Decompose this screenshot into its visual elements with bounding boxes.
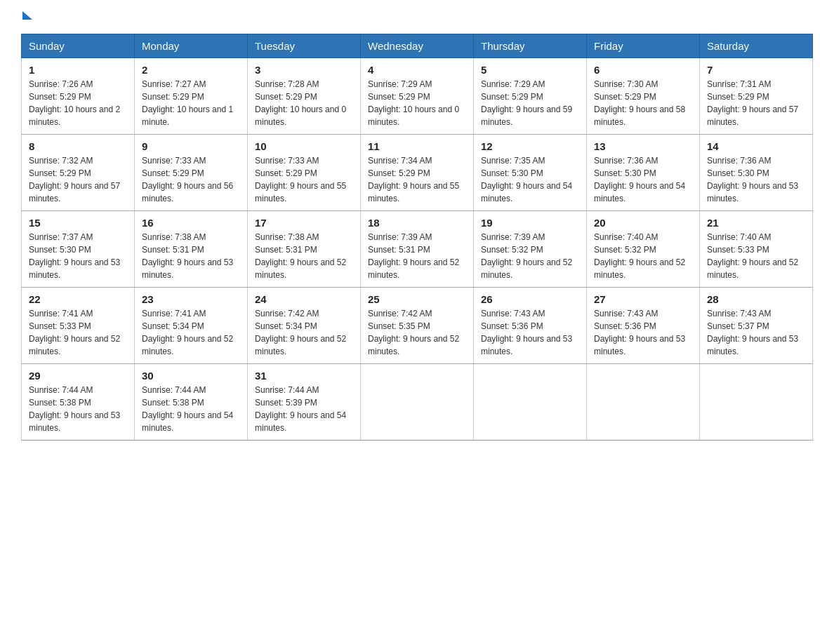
sunset-label: Sunset: 5:29 PM bbox=[142, 92, 204, 102]
day-number: 10 bbox=[255, 140, 353, 152]
calendar-day-cell: 19 Sunrise: 7:39 AM Sunset: 5:32 PM Dayl… bbox=[474, 211, 587, 288]
daylight-label: Daylight: 9 hours and 56 minutes. bbox=[142, 181, 233, 203]
daylight-label: Daylight: 9 hours and 53 minutes. bbox=[29, 257, 120, 280]
calendar-day-cell: 20 Sunrise: 7:40 AM Sunset: 5:32 PM Dayl… bbox=[587, 211, 700, 288]
calendar-day-cell bbox=[474, 364, 587, 441]
sunset-label: Sunset: 5:30 PM bbox=[481, 168, 543, 178]
day-number: 19 bbox=[481, 217, 579, 229]
day-number: 27 bbox=[594, 293, 692, 305]
calendar-week-row: 29 Sunrise: 7:44 AM Sunset: 5:38 PM Dayl… bbox=[22, 364, 813, 441]
sunrise-label: Sunrise: 7:43 AM bbox=[594, 309, 658, 318]
sunset-label: Sunset: 5:29 PM bbox=[368, 168, 430, 178]
calendar-day-cell: 11 Sunrise: 7:34 AM Sunset: 5:29 PM Dayl… bbox=[361, 135, 474, 211]
sunrise-label: Sunrise: 7:39 AM bbox=[368, 232, 432, 242]
sunrise-label: Sunrise: 7:44 AM bbox=[142, 385, 206, 395]
day-number: 22 bbox=[29, 293, 127, 305]
day-of-week-header: Monday bbox=[135, 34, 248, 58]
sunrise-label: Sunrise: 7:35 AM bbox=[481, 156, 545, 166]
logo-arrow-icon bbox=[22, 11, 32, 20]
day-number: 15 bbox=[29, 217, 127, 229]
day-info: Sunrise: 7:26 AM Sunset: 5:29 PM Dayligh… bbox=[29, 78, 127, 128]
daylight-label: Daylight: 9 hours and 52 minutes. bbox=[255, 257, 346, 280]
sunset-label: Sunset: 5:38 PM bbox=[142, 398, 204, 408]
day-info: Sunrise: 7:43 AM Sunset: 5:36 PM Dayligh… bbox=[481, 307, 579, 358]
calendar-day-cell: 22 Sunrise: 7:41 AM Sunset: 5:33 PM Dayl… bbox=[22, 288, 135, 364]
day-info: Sunrise: 7:35 AM Sunset: 5:30 PM Dayligh… bbox=[481, 154, 579, 205]
day-number: 16 bbox=[142, 217, 240, 229]
calendar-day-cell: 12 Sunrise: 7:35 AM Sunset: 5:30 PM Dayl… bbox=[474, 135, 587, 211]
day-number: 12 bbox=[481, 140, 579, 152]
sunset-label: Sunset: 5:38 PM bbox=[29, 398, 91, 408]
sunrise-label: Sunrise: 7:43 AM bbox=[481, 309, 545, 318]
sunset-label: Sunset: 5:29 PM bbox=[481, 92, 543, 102]
calendar-day-cell bbox=[587, 364, 700, 441]
sunset-label: Sunset: 5:37 PM bbox=[707, 321, 769, 331]
sunset-label: Sunset: 5:29 PM bbox=[29, 168, 91, 178]
calendar-day-cell: 24 Sunrise: 7:42 AM Sunset: 5:34 PM Dayl… bbox=[248, 288, 361, 364]
day-info: Sunrise: 7:33 AM Sunset: 5:29 PM Dayligh… bbox=[142, 154, 240, 205]
day-info: Sunrise: 7:33 AM Sunset: 5:29 PM Dayligh… bbox=[255, 154, 353, 205]
sunset-label: Sunset: 5:29 PM bbox=[29, 92, 91, 102]
sunrise-label: Sunrise: 7:26 AM bbox=[29, 79, 93, 89]
sunrise-label: Sunrise: 7:27 AM bbox=[142, 79, 206, 89]
sunrise-label: Sunrise: 7:36 AM bbox=[707, 156, 771, 166]
calendar-day-cell: 15 Sunrise: 7:37 AM Sunset: 5:30 PM Dayl… bbox=[22, 211, 135, 288]
sunrise-label: Sunrise: 7:40 AM bbox=[594, 232, 658, 242]
calendar-day-cell bbox=[700, 364, 813, 441]
calendar-day-cell bbox=[361, 364, 474, 441]
sunrise-label: Sunrise: 7:33 AM bbox=[142, 156, 206, 166]
sunset-label: Sunset: 5:30 PM bbox=[29, 245, 91, 255]
day-info: Sunrise: 7:43 AM Sunset: 5:36 PM Dayligh… bbox=[594, 307, 692, 358]
daylight-label: Daylight: 9 hours and 53 minutes. bbox=[481, 334, 572, 356]
calendar-day-cell: 8 Sunrise: 7:32 AM Sunset: 5:29 PM Dayli… bbox=[22, 135, 135, 211]
sunset-label: Sunset: 5:35 PM bbox=[368, 321, 430, 331]
day-number: 6 bbox=[594, 64, 692, 76]
calendar-day-cell: 30 Sunrise: 7:44 AM Sunset: 5:38 PM Dayl… bbox=[135, 364, 248, 441]
daylight-label: Daylight: 9 hours and 52 minutes. bbox=[368, 257, 459, 280]
sunrise-label: Sunrise: 7:34 AM bbox=[368, 156, 432, 166]
calendar-day-cell: 31 Sunrise: 7:44 AM Sunset: 5:39 PM Dayl… bbox=[248, 364, 361, 441]
day-info: Sunrise: 7:36 AM Sunset: 5:30 PM Dayligh… bbox=[594, 154, 692, 205]
day-number: 23 bbox=[142, 293, 240, 305]
daylight-label: Daylight: 9 hours and 52 minutes. bbox=[142, 334, 233, 356]
daylight-label: Daylight: 9 hours and 52 minutes. bbox=[594, 257, 685, 280]
day-of-week-header: Wednesday bbox=[361, 34, 474, 58]
day-info: Sunrise: 7:27 AM Sunset: 5:29 PM Dayligh… bbox=[142, 78, 240, 128]
daylight-label: Daylight: 9 hours and 55 minutes. bbox=[255, 181, 346, 203]
day-number: 13 bbox=[594, 140, 692, 152]
sunrise-label: Sunrise: 7:41 AM bbox=[142, 309, 206, 318]
sunset-label: Sunset: 5:39 PM bbox=[255, 398, 317, 408]
daylight-label: Daylight: 9 hours and 53 minutes. bbox=[707, 334, 798, 356]
day-number: 30 bbox=[142, 370, 240, 382]
sunrise-label: Sunrise: 7:41 AM bbox=[29, 309, 93, 318]
calendar-week-row: 22 Sunrise: 7:41 AM Sunset: 5:33 PM Dayl… bbox=[22, 288, 813, 364]
sunset-label: Sunset: 5:31 PM bbox=[368, 245, 430, 255]
day-info: Sunrise: 7:40 AM Sunset: 5:33 PM Dayligh… bbox=[707, 231, 805, 281]
calendar-day-cell: 9 Sunrise: 7:33 AM Sunset: 5:29 PM Dayli… bbox=[135, 135, 248, 211]
day-number: 11 bbox=[368, 140, 466, 152]
calendar-day-cell: 13 Sunrise: 7:36 AM Sunset: 5:30 PM Dayl… bbox=[587, 135, 700, 211]
day-info: Sunrise: 7:30 AM Sunset: 5:29 PM Dayligh… bbox=[594, 78, 692, 128]
sunrise-label: Sunrise: 7:44 AM bbox=[255, 385, 319, 395]
calendar-week-row: 1 Sunrise: 7:26 AM Sunset: 5:29 PM Dayli… bbox=[22, 58, 813, 135]
sunrise-label: Sunrise: 7:28 AM bbox=[255, 79, 319, 89]
sunrise-label: Sunrise: 7:33 AM bbox=[255, 156, 319, 166]
daylight-label: Daylight: 9 hours and 59 minutes. bbox=[481, 105, 572, 127]
sunset-label: Sunset: 5:34 PM bbox=[255, 321, 317, 331]
daylight-label: Daylight: 9 hours and 55 minutes. bbox=[368, 181, 459, 203]
day-number: 25 bbox=[368, 293, 466, 305]
sunrise-label: Sunrise: 7:42 AM bbox=[368, 309, 432, 318]
day-number: 24 bbox=[255, 293, 353, 305]
sunrise-label: Sunrise: 7:44 AM bbox=[29, 385, 93, 395]
day-info: Sunrise: 7:41 AM Sunset: 5:34 PM Dayligh… bbox=[142, 307, 240, 358]
day-info: Sunrise: 7:32 AM Sunset: 5:29 PM Dayligh… bbox=[29, 154, 127, 205]
sunrise-label: Sunrise: 7:39 AM bbox=[481, 232, 545, 242]
sunset-label: Sunset: 5:33 PM bbox=[707, 245, 769, 255]
day-of-week-header: Sunday bbox=[22, 34, 135, 58]
calendar-day-cell: 25 Sunrise: 7:42 AM Sunset: 5:35 PM Dayl… bbox=[361, 288, 474, 364]
calendar-day-cell: 3 Sunrise: 7:28 AM Sunset: 5:29 PM Dayli… bbox=[248, 58, 361, 135]
calendar-day-cell: 18 Sunrise: 7:39 AM Sunset: 5:31 PM Dayl… bbox=[361, 211, 474, 288]
sunset-label: Sunset: 5:32 PM bbox=[594, 245, 656, 255]
calendar-day-cell: 10 Sunrise: 7:33 AM Sunset: 5:29 PM Dayl… bbox=[248, 135, 361, 211]
calendar-day-cell: 14 Sunrise: 7:36 AM Sunset: 5:30 PM Dayl… bbox=[700, 135, 813, 211]
